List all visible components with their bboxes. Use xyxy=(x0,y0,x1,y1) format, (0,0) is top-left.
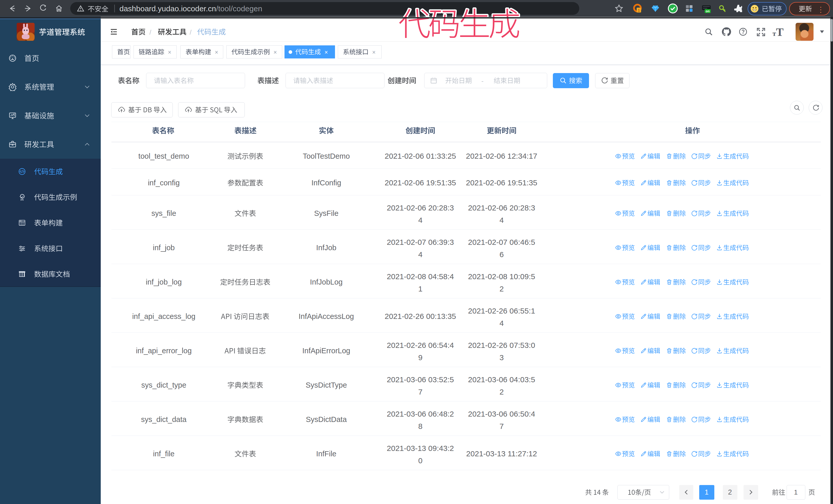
svg-text:on: on xyxy=(706,9,710,13)
svg-text:1: 1 xyxy=(638,8,640,12)
